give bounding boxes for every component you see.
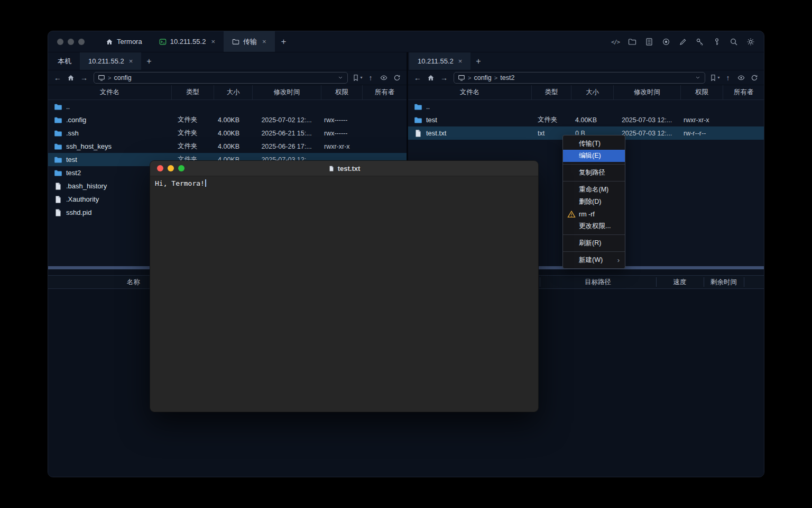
path-breadcrumb[interactable]: > config > test2	[454, 72, 705, 84]
zoom-window-button[interactable]	[178, 165, 184, 171]
menu-item-rename[interactable]: 重命名(M)	[563, 184, 625, 196]
file-type: 文件夹	[171, 142, 214, 151]
folder-icon	[54, 156, 62, 164]
bookmark-icon[interactable]: ▾	[708, 72, 721, 84]
forward-icon[interactable]: →	[438, 72, 450, 84]
crumb-test2[interactable]: test2	[500, 74, 514, 81]
show-hidden-eye-icon[interactable]	[377, 72, 390, 84]
col-modified[interactable]: 修改时间	[613, 85, 680, 99]
document-icon	[328, 165, 335, 172]
file-name-label: ..	[426, 103, 430, 111]
bookmark-icon[interactable]: ▾	[351, 72, 364, 84]
file-row[interactable]: .config 文件夹 4.00KB 2025-07-02 12:... rwx…	[48, 113, 407, 126]
menu-item-change-permissions[interactable]: 更改权限...	[563, 220, 625, 232]
menu-separator	[563, 234, 625, 235]
file-row[interactable]: ssh_host_keys 文件夹 4.00KB 2025-06-26 17:.…	[48, 140, 407, 153]
close-icon[interactable]: ×	[211, 38, 215, 46]
col-size[interactable]: 大小	[571, 85, 613, 99]
tab-termora-home[interactable]: Termora	[97, 31, 151, 52]
menu-item-rm-rf[interactable]: rm -rf	[563, 208, 625, 220]
settings-gear-icon[interactable]	[746, 37, 755, 47]
tab-remote-host[interactable]: 10.211.55.2 ×	[80, 52, 141, 70]
col-type[interactable]: 类型	[531, 85, 571, 99]
file-row[interactable]: ..	[48, 100, 407, 113]
menu-item-edit[interactable]: 编辑(E)	[563, 150, 625, 162]
close-icon[interactable]: ×	[262, 38, 266, 46]
new-tab-button[interactable]: +	[275, 37, 293, 47]
col-perms[interactable]: 权限	[321, 85, 362, 99]
file-row[interactable]: ..	[408, 100, 764, 113]
new-pane-tab-button[interactable]: +	[141, 57, 156, 66]
edit-icon[interactable]	[678, 37, 688, 47]
right-table-header: 文件名 类型 大小 修改时间 权限 所有者	[408, 85, 764, 100]
sftp-folder-icon[interactable]	[628, 37, 637, 47]
col-perms[interactable]: 权限	[680, 85, 723, 99]
new-pane-tab-button[interactable]: +	[470, 57, 486, 66]
editor-content[interactable]: Hi, Termora!	[150, 176, 538, 190]
tab-remote-host[interactable]: 10.211.55.2 ×	[409, 52, 470, 70]
chevron-down-icon[interactable]	[695, 74, 701, 81]
file-size: 4.00KB	[571, 116, 613, 124]
file-type: 文件夹	[531, 115, 571, 124]
titlebar: Termora 10.211.55.2 × 传输 × + </>	[48, 31, 764, 52]
close-window-button[interactable]	[57, 39, 63, 45]
file-name-label: ..	[66, 103, 70, 111]
file-row[interactable]: .ssh 文件夹 4.00KB 2025-06-21 15:... rwx---…	[48, 126, 407, 140]
path-breadcrumb[interactable]: > config	[94, 72, 348, 84]
show-hidden-eye-icon[interactable]	[735, 72, 748, 84]
menu-separator	[563, 251, 625, 252]
back-icon[interactable]: ←	[51, 72, 64, 84]
code-snippets-icon[interactable]: </>	[611, 37, 620, 47]
minimize-window-button[interactable]	[68, 39, 74, 45]
editor-titlebar: test.txt	[150, 161, 538, 176]
tab-ssh-session[interactable]: 10.211.55.2 ×	[151, 31, 224, 52]
search-icon[interactable]	[729, 37, 739, 47]
menu-item-transfer[interactable]: 传输(T)	[563, 138, 625, 150]
context-menu: 传输(T) 编辑(E) 复制路径 重命名(M) 删除(D) rm -rf 更改权…	[562, 135, 625, 269]
col-modified[interactable]: 修改时间	[252, 85, 321, 99]
zoom-window-button[interactable]	[78, 39, 85, 45]
folder-icon	[54, 169, 62, 177]
home-icon	[106, 38, 113, 46]
file-name-label: .bash_history	[66, 182, 107, 190]
keychain-icon[interactable]	[712, 37, 722, 47]
crumb-config[interactable]: config	[114, 74, 131, 81]
col-owner[interactable]: 所有者	[723, 85, 764, 99]
file-type: 文件夹	[171, 115, 214, 124]
col-filename[interactable]: 文件名	[48, 85, 171, 99]
refresh-icon[interactable]	[748, 72, 761, 84]
col-type[interactable]: 类型	[171, 85, 214, 99]
menu-item-delete[interactable]: 删除(D)	[563, 196, 625, 208]
file-type: 文件夹	[171, 129, 214, 138]
minimize-window-button[interactable]	[168, 165, 174, 171]
col-filename[interactable]: 文件名	[408, 85, 531, 99]
upload-icon[interactable]: ↑	[364, 72, 377, 84]
forward-icon[interactable]: →	[78, 72, 90, 84]
crumb-separator: >	[108, 75, 111, 81]
home-icon[interactable]	[425, 72, 437, 84]
macro-record-icon[interactable]	[661, 37, 671, 47]
home-icon[interactable]	[64, 72, 77, 84]
file-size: 4.00KB	[214, 116, 252, 124]
file-row[interactable]: test 文件夹 4.00KB 2025-07-03 12:... rwxr-x…	[408, 113, 764, 126]
crumb-config[interactable]: config	[474, 74, 491, 81]
col-size[interactable]: 大小	[214, 85, 252, 99]
tab-transfer[interactable]: 传输 ×	[224, 31, 275, 52]
back-icon[interactable]: ←	[411, 72, 424, 84]
menu-item-refresh[interactable]: 刷新(R)	[563, 237, 625, 249]
folder-icon	[232, 38, 239, 46]
chevron-down-icon[interactable]	[337, 74, 344, 81]
tab-local-machine[interactable]: 本机	[49, 52, 80, 70]
upload-icon[interactable]: ↑	[722, 72, 734, 84]
key-manager-icon[interactable]	[695, 37, 705, 47]
close-icon[interactable]: ×	[458, 57, 463, 65]
file-modified: 2025-07-02 12:...	[252, 116, 321, 124]
refresh-icon[interactable]	[391, 72, 403, 84]
menu-item-copy-path[interactable]: 复制路径	[563, 167, 625, 179]
close-icon[interactable]: ×	[129, 57, 133, 65]
file-icon	[54, 195, 62, 204]
col-owner[interactable]: 所有者	[362, 85, 407, 99]
menu-item-new[interactable]: 新建(W) ›	[563, 254, 625, 266]
close-window-button[interactable]	[157, 165, 163, 171]
log-icon[interactable]	[644, 37, 654, 47]
